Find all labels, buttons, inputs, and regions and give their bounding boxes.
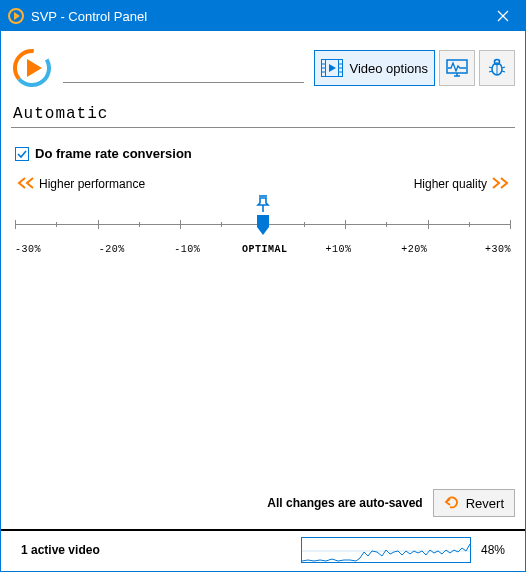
chevron-left-icon[interactable] <box>17 177 35 191</box>
top-toolbar: Video options <box>11 41 515 95</box>
revert-icon <box>444 495 460 512</box>
video-options-icon <box>321 57 343 79</box>
tick-2: -10% <box>166 244 208 255</box>
close-button[interactable] <box>480 1 525 31</box>
svp-logo <box>11 47 53 89</box>
tick-1: -20% <box>91 244 133 255</box>
slider-tick-labels: -30% -20% -10% OPTIMAL +10% +20% +30% <box>15 244 511 255</box>
tick-5: +20% <box>393 244 435 255</box>
tick-4: +10% <box>318 244 360 255</box>
window-title: SVP - Control Panel <box>31 9 480 24</box>
autosave-row: All changes are auto-saved Revert <box>1 479 525 531</box>
svg-line-24 <box>502 71 505 72</box>
chevron-right-icon[interactable] <box>491 177 509 191</box>
toolbar-divider <box>63 82 304 83</box>
cpu-percent-label: 48% <box>481 543 505 557</box>
slider-thumb[interactable] <box>255 215 271 240</box>
app-icon <box>7 7 25 25</box>
titlebar[interactable]: SVP - Control Panel <box>1 1 525 31</box>
monitor-icon <box>446 57 468 79</box>
svg-line-26 <box>499 60 500 61</box>
video-options-button[interactable]: Video options <box>314 50 435 86</box>
svg-marker-1 <box>14 12 20 20</box>
tick-3: OPTIMAL <box>242 244 284 255</box>
frame-rate-label: Do frame rate conversion <box>35 146 192 161</box>
revert-button[interactable]: Revert <box>433 489 515 517</box>
performance-graph[interactable] <box>301 537 471 563</box>
bug-icon <box>486 57 508 79</box>
slider-right-label: Higher quality <box>414 177 487 191</box>
svg-marker-14 <box>329 64 336 72</box>
bug-button[interactable] <box>479 50 515 86</box>
svg-marker-4 <box>27 59 42 77</box>
app-window: SVP - Control Panel <box>0 0 526 572</box>
monitor-button[interactable] <box>439 50 475 86</box>
slider-left-label: Higher performance <box>39 177 145 191</box>
frame-rate-row: Do frame rate conversion <box>11 128 515 177</box>
content-area: Video options <box>1 31 525 571</box>
active-videos-label[interactable]: 1 active video <box>21 543 100 557</box>
tick-0: -30% <box>15 244 57 255</box>
svg-line-22 <box>489 71 492 72</box>
tick-6: +30% <box>469 244 511 255</box>
pin-icon <box>255 195 271 216</box>
svg-marker-29 <box>257 215 269 235</box>
mode-label[interactable]: Automatic <box>11 99 515 128</box>
svg-rect-15 <box>447 60 467 73</box>
status-bar: 1 active video 48% <box>11 531 515 571</box>
revert-label: Revert <box>466 496 504 511</box>
performance-slider-area: Higher performance Higher quality <box>11 177 515 255</box>
video-options-label: Video options <box>349 61 428 76</box>
svg-line-25 <box>494 60 495 61</box>
autosave-label: All changes are auto-saved <box>267 496 422 510</box>
performance-slider[interactable] <box>15 218 511 244</box>
frame-rate-checkbox[interactable] <box>15 147 29 161</box>
svg-point-19 <box>495 60 500 65</box>
